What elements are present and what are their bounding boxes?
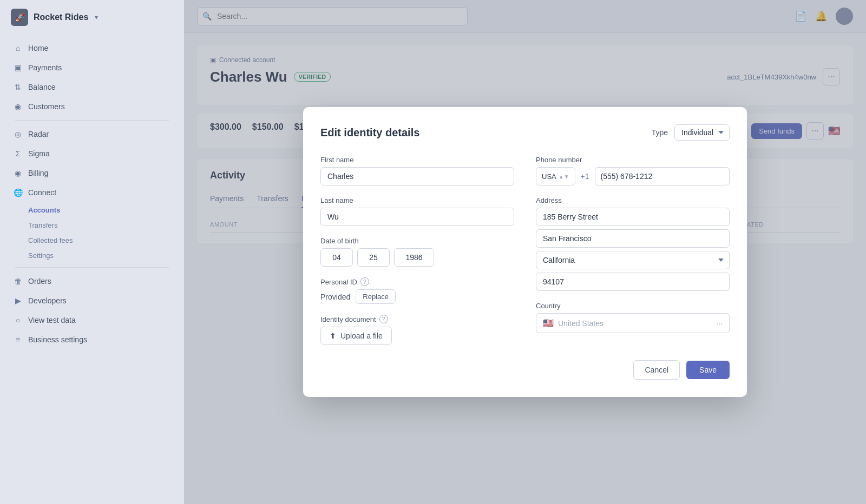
sidebar-item-view-test-data-label: View test data <box>28 316 76 324</box>
personal-id-row: Provided Replace <box>320 289 514 304</box>
sidebar-item-payments[interactable]: ▣ Payments <box>6 58 178 77</box>
dob-group: Date of birth <box>320 237 514 267</box>
save-button[interactable]: Save <box>686 361 730 379</box>
sidebar-chevron-icon[interactable]: ▾ <box>95 14 98 21</box>
dob-label: Date of birth <box>320 237 514 245</box>
address-street-input[interactable] <box>536 208 730 226</box>
cancel-button[interactable]: Cancel <box>633 360 680 380</box>
last-name-label: Last name <box>320 196 514 204</box>
sidebar-item-connect-label: Connect <box>28 188 56 197</box>
personal-id-status: Provided <box>320 293 350 301</box>
rocket-icon: 🚀 <box>15 13 24 22</box>
customers-icon: ◉ <box>13 102 23 111</box>
first-name-input[interactable] <box>320 167 514 185</box>
sidebar-item-business-settings-label: Business settings <box>28 335 87 344</box>
sidebar-divider-2 <box>15 267 169 268</box>
first-name-label: First name <box>320 156 514 164</box>
dob-year-input[interactable] <box>394 248 434 267</box>
sidebar-item-balance-label: Balance <box>28 83 56 91</box>
address-inputs: California <box>536 208 730 291</box>
first-name-group: First name <box>320 156 514 185</box>
edit-identity-modal: Edit identity details Type Individual Co… <box>303 107 747 397</box>
modal-footer: Cancel Save <box>320 360 730 380</box>
sidebar-item-customers-label: Customers <box>28 102 65 111</box>
sidebar-divider <box>15 120 169 121</box>
sidebar-item-balance[interactable]: ⇅ Balance <box>6 78 178 96</box>
sidebar-item-radar[interactable]: ◎ Radar <box>6 125 178 143</box>
payments-icon: ▣ <box>13 63 23 72</box>
sidebar-item-payments-label: Payments <box>28 63 62 72</box>
modal-title: Edit identity details <box>320 127 419 139</box>
dob-month-input[interactable] <box>320 248 353 267</box>
sidebar-item-sigma-label: Sigma <box>28 149 50 158</box>
sidebar-item-home-label: Home <box>28 44 48 52</box>
form-col-right: Phone number USA ▲▼ +1 Address <box>536 156 730 345</box>
sidebar-item-orders-label: Orders <box>28 277 51 286</box>
modal-header: Edit identity details Type Individual Co… <box>320 124 730 141</box>
orders-icon: 🗑 <box>13 276 23 286</box>
connect-icon: 🌐 <box>13 188 23 197</box>
country-selector[interactable]: 🇺🇸 United States ··· <box>536 313 730 333</box>
sidebar-item-customers[interactable]: ◉ Customers <box>6 97 178 116</box>
personal-id-label: Personal ID ? <box>320 277 514 286</box>
last-name-group: Last name <box>320 196 514 226</box>
address-state-select[interactable]: California <box>536 251 730 269</box>
country-label: Country <box>536 302 730 310</box>
radar-icon: ◎ <box>13 129 23 139</box>
identity-doc-label: Identity document ? <box>320 315 514 323</box>
dob-inputs <box>320 248 514 267</box>
sidebar-item-home[interactable]: ⌂ Home <box>6 39 178 57</box>
sidebar-header: 🚀 Rocket Rides ▾ <box>0 0 184 35</box>
sidebar-item-developers-label: Developers <box>28 296 67 305</box>
address-group: Address California <box>536 196 730 291</box>
home-icon: ⌂ <box>13 43 23 53</box>
sidebar-item-radar-label: Radar <box>28 130 49 138</box>
toggle-icon: ○ <box>13 315 23 325</box>
country-name: United States <box>558 319 712 328</box>
main-area: 🔍 📄 🔔 ▣ Connected account Charles Wu VER… <box>184 0 866 504</box>
last-name-input[interactable] <box>320 208 514 226</box>
billing-icon: ◉ <box>13 168 23 178</box>
personal-id-help-icon[interactable]: ? <box>360 277 369 286</box>
sidebar-logo: 🚀 <box>11 9 28 26</box>
sidebar-item-accounts[interactable]: Accounts <box>6 203 178 217</box>
sidebar-item-settings-label: Settings <box>28 251 54 260</box>
dob-day-input[interactable] <box>357 248 390 267</box>
phone-input[interactable] <box>595 167 730 185</box>
sigma-icon: Σ <box>13 149 23 158</box>
sidebar-item-settings[interactable]: Settings <box>6 248 178 263</box>
address-zip-input[interactable] <box>536 273 730 291</box>
country-more-icon[interactable]: ··· <box>716 319 723 328</box>
country-flag-icon: 🇺🇸 <box>543 318 554 328</box>
address-city-input[interactable] <box>536 229 730 248</box>
sidebar-item-connect[interactable]: 🌐 Connect <box>6 183 178 202</box>
sidebar-item-billing[interactable]: ◉ Billing <box>6 164 178 182</box>
sidebar-navigation: ⌂ Home ▣ Payments ⇅ Balance ◉ Customers … <box>0 35 184 354</box>
phone-country-value: USA <box>542 173 556 181</box>
replace-button[interactable]: Replace <box>356 289 396 304</box>
identity-doc-help-icon[interactable]: ? <box>379 315 388 323</box>
sidebar-item-business-settings[interactable]: ≡ Business settings <box>6 330 178 349</box>
upload-file-button[interactable]: ⬆ Upload a file <box>320 327 392 345</box>
identity-doc-group: Identity document ? ⬆ Upload a file <box>320 315 514 345</box>
sidebar-item-transfers-label: Transfers <box>28 221 57 229</box>
balance-icon: ⇅ <box>13 82 23 92</box>
type-label: Type <box>652 128 668 137</box>
modal-overlay: Edit identity details Type Individual Co… <box>184 0 866 504</box>
phone-country-select[interactable]: USA ▲▼ <box>536 167 575 185</box>
phone-prefix: +1 <box>579 167 592 185</box>
sidebar-item-developers[interactable]: ▶ Developers <box>6 291 178 310</box>
phone-label: Phone number <box>536 156 730 164</box>
personal-id-group: Personal ID ? Provided Replace <box>320 277 514 304</box>
sidebar-item-transfers[interactable]: Transfers <box>6 218 178 233</box>
type-select[interactable]: Individual Company <box>674 124 730 141</box>
sidebar-item-orders[interactable]: 🗑 Orders <box>6 272 178 290</box>
address-label: Address <box>536 196 730 204</box>
business-settings-icon: ≡ <box>13 335 23 344</box>
modal-body: First name Last name Date of birth <box>320 156 730 345</box>
modal-type-row: Type Individual Company <box>652 124 730 141</box>
sidebar-item-sigma[interactable]: Σ Sigma <box>6 144 178 163</box>
sidebar-item-collected-fees[interactable]: Collected fees <box>6 233 178 248</box>
developers-icon: ▶ <box>13 296 23 306</box>
sidebar-item-view-test-data[interactable]: ○ View test data <box>6 311 178 329</box>
